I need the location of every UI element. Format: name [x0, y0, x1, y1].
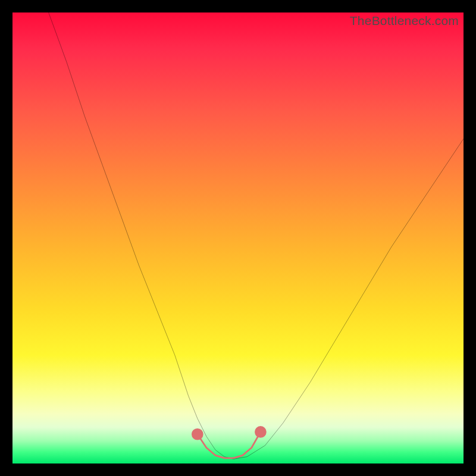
chart-frame: TheBottleneck.com	[0, 0, 476, 476]
bottleneck-curve-svg	[12, 12, 464, 464]
plot-area: TheBottleneck.com	[12, 12, 464, 464]
sweet-spot-dot-left	[192, 428, 203, 440]
bottleneck-curve-line	[49, 12, 464, 459]
sweet-spot-dot-right	[255, 426, 267, 438]
